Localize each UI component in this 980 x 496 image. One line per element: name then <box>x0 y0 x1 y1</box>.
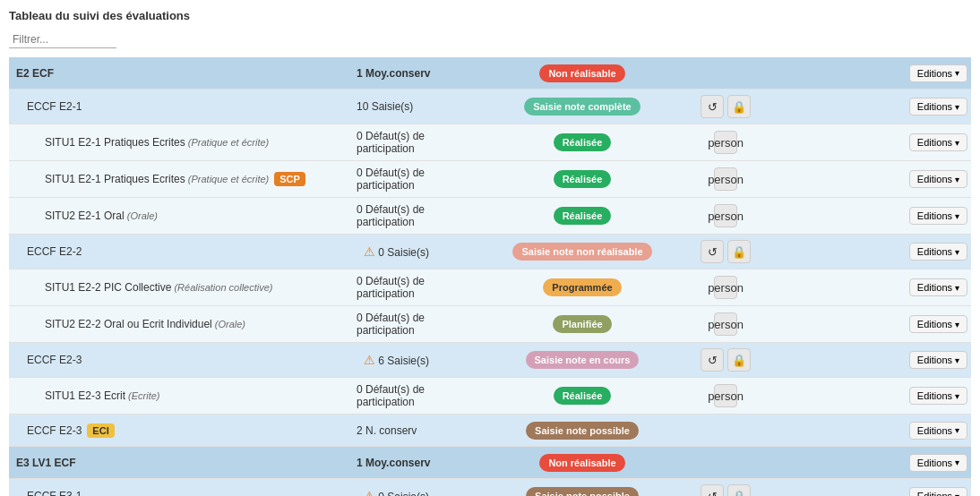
status-badge: Non réalisable <box>539 454 624 472</box>
row-saisie: 2 N. conserv <box>349 419 493 442</box>
saisie-text: 1 Moy.conserv <box>357 67 430 80</box>
row-name: ECCF E2-3 <box>27 354 82 366</box>
row-status-col: Planifiée <box>493 310 672 338</box>
row-actions-col: ↺🔒 <box>672 90 779 124</box>
saisie-text: 0 Défaut(s) de participation <box>357 130 425 155</box>
saisie-text: 0 Défaut(s) de participation <box>357 203 425 228</box>
saisie-text: 0 Défaut(s) de participation <box>357 167 425 192</box>
row-editions-col: Editions <box>890 310 971 338</box>
row-name-italic: (Réalisation collective) <box>171 282 272 293</box>
editions-button[interactable]: Editions <box>909 454 967 472</box>
editions-button[interactable]: Editions <box>909 315 967 333</box>
saisie-text: 1 Moy.conserv <box>357 457 430 469</box>
status-badge: Non réalisable <box>539 64 624 82</box>
row-name-col: E3 LV1 ECF <box>9 451 349 475</box>
editions-button[interactable]: Editions <box>909 243 967 261</box>
action-icon-btn[interactable]: person <box>714 204 737 227</box>
action-icon-btn[interactable]: ↺ <box>701 484 724 496</box>
row-editions-col: Editions <box>890 92 971 121</box>
editions-button[interactable]: Editions <box>909 278 967 296</box>
row-saisie: 0 Défaut(s) de participation <box>349 198 493 234</box>
editions-button[interactable]: Editions <box>909 98 967 115</box>
editions-button[interactable]: Editions <box>909 207 967 225</box>
row-editions-col: Editions <box>890 59 971 88</box>
row-actions-col: person <box>672 199 779 233</box>
action-icon-btn[interactable]: 🔒 <box>727 95 751 118</box>
action-icon-btn[interactable]: person <box>714 384 737 407</box>
editions-button[interactable]: Editions <box>909 387 967 405</box>
row-name-italic: (Pratique et écrite) <box>185 137 270 148</box>
status-badge: Saisie note possible <box>526 422 639 440</box>
row-badge: ECI <box>87 423 114 438</box>
table-row: SITU1 E2-2 PIC Collective (Réalisation c… <box>9 269 971 306</box>
row-name-col: SITU1 E2-1 Pratiques Ecrites (Pratique e… <box>9 167 349 192</box>
status-badge: Réalisée <box>554 133 612 151</box>
row-editions-col: Editions <box>890 237 971 266</box>
saisie-text: 0 Saisie(s) <box>378 246 429 259</box>
table-row: SITU2 E2-1 Oral (Orale)0 Défaut(s) de pa… <box>9 198 971 235</box>
row-actions-col: person <box>672 307 779 341</box>
row-name-col: SITU1 E2-1 Pratiques Ecrites (Pratique e… <box>9 131 349 154</box>
table-row: SITU2 E2-2 Oral ou Ecrit Individuel (Ora… <box>9 306 971 343</box>
row-name-col: ECCF E2-3 <box>9 348 349 372</box>
row-saisie: 0 Défaut(s) de participation <box>349 269 493 305</box>
row-editions-col: Editions <box>890 449 971 477</box>
editions-button[interactable]: Editions <box>909 170 967 188</box>
row-name-col: ECCF E2-1 <box>9 95 349 118</box>
editions-button[interactable]: Editions <box>909 64 967 82</box>
action-icon-btn[interactable]: ↺ <box>701 240 724 263</box>
row-name-italic: (Orale) <box>212 319 245 329</box>
warning-icon: ⚠ <box>364 353 375 367</box>
status-badge: Saisie note en cours <box>526 351 640 369</box>
row-name: ECCF E2-3 <box>27 424 82 437</box>
editions-button[interactable]: Editions <box>909 133 967 151</box>
row-saisie: 0 Défaut(s) de participation <box>349 306 493 342</box>
action-icon-btn[interactable]: person <box>714 131 737 154</box>
action-icon-btn[interactable]: 🔒 <box>727 484 751 496</box>
editions-button[interactable]: Editions <box>909 351 967 369</box>
action-icon-btn[interactable]: ↺ <box>701 95 724 118</box>
editions-button[interactable]: Editions <box>909 422 967 440</box>
table-row: SITU1 E2-1 Pratiques Ecrites (Pratique e… <box>9 161 971 198</box>
row-status-col: Réalisée <box>493 165 672 193</box>
action-icon-btn[interactable]: 🔒 <box>727 348 751 372</box>
filter-input[interactable] <box>9 31 116 48</box>
action-icon-btn[interactable]: 🔒 <box>727 240 751 263</box>
row-editions-col: Editions <box>890 128 971 157</box>
row-editions-col: Editions <box>890 416 971 445</box>
row-name-col: SITU2 E2-1 Oral (Orale) <box>9 204 349 227</box>
row-name-italic: (Pratique et écrite) <box>185 174 270 184</box>
action-icon-btn[interactable]: person <box>714 276 737 299</box>
row-editions-col: Editions <box>890 273 971 302</box>
action-icon-btn[interactable]: ↺ <box>701 348 724 372</box>
row-badge: SCP <box>274 172 305 186</box>
table-row: ECCF E2-3⚠ 6 Saisie(s)Saisie note en cou… <box>9 343 971 378</box>
status-badge: Réalisée <box>554 207 612 225</box>
row-name: ECCF E2-1 <box>27 100 82 113</box>
row-name: SITU2 E2-1 Oral <box>45 210 125 222</box>
row-actions-col: person <box>672 270 779 304</box>
row-status-col: Réalisée <box>493 201 672 230</box>
row-saisie: 10 Saisie(s) <box>349 95 493 118</box>
status-badge: Saisie note possible <box>526 487 639 496</box>
row-status-col: Saisie note possible <box>493 416 672 445</box>
row-status-col: Saisie note possible <box>493 482 672 496</box>
row-actions-col: person <box>672 379 779 413</box>
row-name-col: SITU1 E2-2 PIC Collective (Réalisation c… <box>9 276 349 299</box>
row-name: E3 LV1 ECF <box>16 457 75 469</box>
row-status-col: Saisie note non réalisable <box>493 237 672 266</box>
row-name-col: ECCF E2-2 <box>9 240 349 263</box>
status-badge: Saisie note non réalisable <box>512 243 651 261</box>
evaluation-table: E2 ECF1 Moy.conservNon réalisableEdition… <box>9 57 971 496</box>
row-name: ECCF E3-1 <box>27 490 82 496</box>
row-saisie: ⚠ 0 Saisie(s) <box>349 239 493 264</box>
saisie-text: 0 Défaut(s) de participation <box>357 312 425 337</box>
table-row: E3 LV1 ECF1 Moy.conservNon réalisableEdi… <box>9 447 971 479</box>
action-icon-btn[interactable]: person <box>714 167 737 191</box>
row-saisie: 1 Moy.conserv <box>349 62 493 85</box>
row-actions-col: person <box>672 162 779 196</box>
row-name-col: ECCF E2-3ECI <box>9 418 349 443</box>
editions-button[interactable]: Editions <box>909 487 967 496</box>
action-icon-btn[interactable]: person <box>714 312 737 336</box>
row-saisie: 0 Défaut(s) de participation <box>349 124 493 160</box>
